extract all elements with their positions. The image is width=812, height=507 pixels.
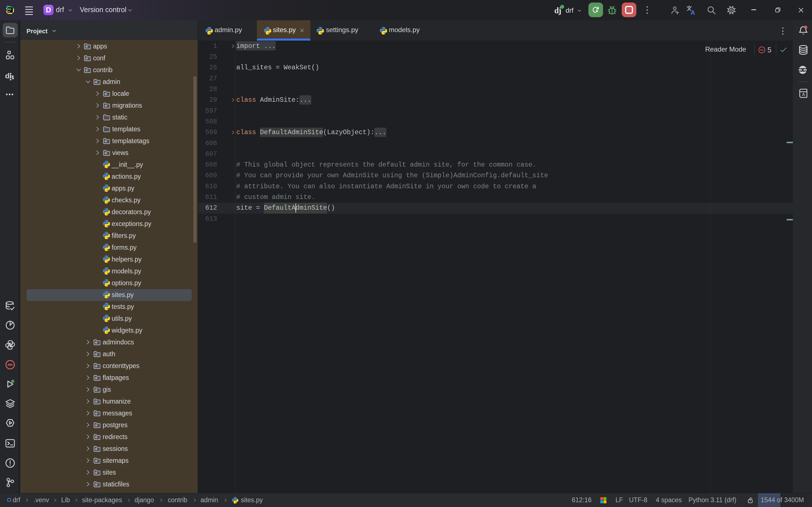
svg-text:PC: PC — [8, 8, 12, 11]
svg-text:d: d — [5, 71, 10, 80]
svg-text:X: X — [801, 67, 805, 73]
svg-text:A: A — [802, 92, 806, 98]
svg-text:A: A — [691, 9, 695, 16]
